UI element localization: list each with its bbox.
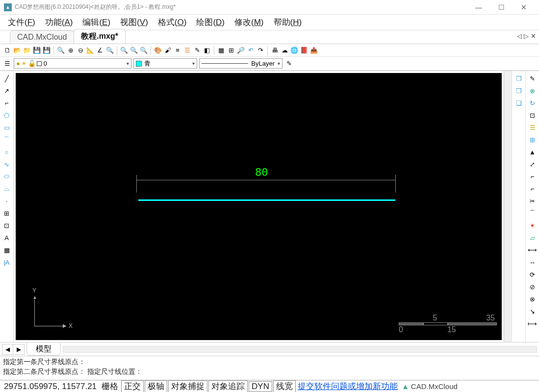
ellipse-icon[interactable]: ⬭ bbox=[2, 172, 11, 181]
menu-file[interactable]: 文件(F) bbox=[3, 15, 40, 30]
layer-state-icon[interactable]: ❏ bbox=[514, 98, 523, 107]
maximize-button[interactable]: ☐ bbox=[490, 0, 513, 15]
tab-close-icon[interactable]: ✕ bbox=[531, 32, 536, 40]
menu-help[interactable]: 帮助(H) bbox=[269, 15, 307, 30]
dyn-toggle[interactable]: DYN bbox=[249, 381, 272, 392]
layout-prev-button[interactable]: ◀ bbox=[2, 344, 13, 354]
zoom-out-icon[interactable]: ⊖ bbox=[76, 46, 85, 55]
color-icon[interactable]: 🎨 bbox=[154, 46, 162, 55]
zoom-window-icon[interactable]: 🔍 bbox=[56, 46, 65, 55]
brush-icon[interactable]: 🖌 bbox=[163, 46, 172, 55]
dim-aligned-icon[interactable]: ↔ bbox=[528, 258, 537, 267]
new-file-icon[interactable]: 🗋 bbox=[3, 46, 12, 55]
model-tab[interactable]: 模型 bbox=[26, 343, 61, 356]
print-icon[interactable]: 🖶 bbox=[270, 46, 279, 55]
polygon-icon[interactable]: ⬠ bbox=[2, 111, 11, 120]
open-folder-icon[interactable]: 📁 bbox=[23, 46, 31, 55]
menu-view[interactable]: 视图(V) bbox=[115, 15, 153, 30]
copy-layer-icon[interactable]: ❐ bbox=[514, 74, 523, 83]
rectangle-icon[interactable]: ▭ bbox=[2, 123, 11, 132]
layer-manager-icon[interactable]: ☰ bbox=[3, 59, 12, 68]
doc-tab-tutorial[interactable]: 教程.mxg* bbox=[74, 29, 126, 44]
menu-draw[interactable]: 绘图(D) bbox=[191, 15, 230, 30]
text-icon[interactable]: A bbox=[2, 233, 11, 242]
polar-toggle[interactable]: 极轴 bbox=[145, 380, 167, 392]
dim-linear-icon[interactable]: ⟷ bbox=[528, 245, 537, 254]
spline-icon[interactable]: ∿ bbox=[2, 160, 11, 169]
redo-icon[interactable]: ↷ bbox=[256, 46, 265, 55]
explode-icon[interactable]: ✶ bbox=[528, 221, 537, 230]
zoom-all-icon[interactable]: 🔍 bbox=[129, 46, 138, 55]
hatch-icon[interactable]: ▦ bbox=[2, 245, 11, 254]
scale-icon[interactable]: ⤢ bbox=[528, 160, 537, 169]
vertical-scrollbar[interactable] bbox=[504, 71, 512, 342]
find-icon[interactable]: 🔎 bbox=[236, 46, 245, 55]
save-icon[interactable]: 💾 bbox=[32, 46, 41, 55]
offset-icon[interactable]: ⊡ bbox=[528, 111, 537, 120]
block-icon[interactable]: ⊞ bbox=[2, 209, 11, 218]
menu-format[interactable]: 格式(O) bbox=[153, 15, 192, 30]
polyline-icon[interactable]: ⌐ bbox=[2, 98, 11, 107]
ellipse-arc-icon[interactable]: ⌓ bbox=[2, 184, 11, 193]
arc-icon[interactable]: ⌒ bbox=[2, 135, 11, 144]
export-icon[interactable]: 📤 bbox=[309, 46, 318, 55]
horizontal-scrollbar[interactable] bbox=[63, 346, 537, 353]
linetype-dropdown[interactable]: ByLayer ▾ bbox=[199, 58, 282, 69]
zoom-prev-icon[interactable]: 🔍 bbox=[120, 46, 128, 55]
palette-icon[interactable]: ▦ bbox=[217, 46, 226, 55]
array-icon[interactable]: ☰ bbox=[528, 123, 537, 132]
dim-baseline-icon[interactable]: ⟼ bbox=[528, 319, 537, 328]
layers-icon[interactable]: ☰ bbox=[183, 46, 192, 55]
layer-dropdown[interactable]: ● ☀ 🔓 0 ▾ bbox=[14, 58, 131, 69]
dim-diameter-icon[interactable]: ⊗ bbox=[528, 294, 537, 303]
doc-tab-cloud[interactable]: CAD.MxCloud bbox=[10, 30, 74, 44]
menu-function[interactable]: 功能(A) bbox=[40, 15, 78, 30]
leader-icon[interactable]: ↘ bbox=[528, 307, 537, 316]
cloud-icon[interactable]: ☁ bbox=[280, 46, 289, 55]
save-as-icon[interactable]: 💾 bbox=[42, 46, 51, 55]
grid-label[interactable]: 栅格 bbox=[100, 381, 120, 392]
dim-radius-icon[interactable]: ⊘ bbox=[528, 282, 537, 291]
otrack-toggle[interactable]: 对象追踪 bbox=[208, 380, 248, 392]
color-dropdown[interactable]: 青 ▾ bbox=[133, 58, 197, 69]
pen-icon[interactable]: ✎ bbox=[193, 46, 202, 55]
xline-icon[interactable]: ↗ bbox=[2, 86, 11, 95]
tab-prev-icon[interactable]: ◁ bbox=[517, 32, 522, 40]
open-file-icon[interactable]: 📂 bbox=[13, 46, 22, 55]
insert-icon[interactable]: ⊡ bbox=[2, 221, 11, 230]
rotate-icon[interactable]: ▲ bbox=[528, 147, 537, 156]
lineweight-toggle[interactable]: 线宽 bbox=[273, 380, 296, 392]
measure-icon[interactable]: 📐 bbox=[86, 46, 95, 55]
menu-modify[interactable]: 修改(M) bbox=[230, 15, 269, 30]
point-icon[interactable]: · bbox=[2, 196, 11, 205]
extend-icon[interactable]: ⌐ bbox=[528, 184, 537, 193]
erase-icon[interactable]: ✎ bbox=[528, 74, 537, 83]
ortho-toggle[interactable]: 正交 bbox=[121, 380, 144, 392]
layout-next-button[interactable]: ▶ bbox=[13, 344, 24, 354]
pdf-icon[interactable]: 📕 bbox=[300, 46, 308, 55]
mtext-icon[interactable]: |A bbox=[2, 258, 11, 267]
mirror-icon[interactable]: ↻ bbox=[528, 98, 537, 107]
move-icon[interactable]: ⊞ bbox=[528, 135, 537, 144]
menu-edit[interactable]: 编辑(E) bbox=[77, 15, 115, 30]
osnap-toggle[interactable]: 对象捕捉 bbox=[168, 380, 207, 392]
fillet-icon[interactable]: ⌒ bbox=[528, 209, 537, 218]
close-button[interactable]: ✕ bbox=[513, 0, 535, 15]
zoom-extents-icon[interactable]: 🔍 bbox=[105, 46, 114, 55]
trim-icon[interactable]: ⌐ bbox=[528, 172, 537, 181]
dim-angular-icon[interactable]: ⟳ bbox=[528, 270, 537, 279]
drawing-canvas[interactable]: 80 ▲ ▶ Y X 535 bbox=[16, 73, 502, 340]
circle-icon[interactable]: ○ bbox=[2, 147, 11, 156]
properties-icon[interactable]: ⊞ bbox=[227, 46, 235, 55]
web-icon[interactable]: 🌐 bbox=[290, 46, 299, 55]
undo-icon[interactable]: ↶ bbox=[246, 46, 255, 55]
linetype-icon[interactable]: ≡ bbox=[173, 46, 182, 55]
minimize-button[interactable]: — bbox=[467, 0, 490, 15]
tab-next-icon[interactable]: ▷ bbox=[524, 32, 529, 40]
zoom-realtime-icon[interactable]: 🔍 bbox=[139, 46, 148, 55]
lineweight-icon[interactable]: ✎ bbox=[284, 59, 293, 68]
copy-icon[interactable]: ⊗ bbox=[528, 86, 537, 95]
chamfer-icon[interactable]: ▱ bbox=[528, 233, 537, 242]
line-icon[interactable]: ╱ bbox=[2, 74, 11, 83]
feedback-link[interactable]: 提交软件问题或增加新功能 bbox=[297, 381, 399, 392]
